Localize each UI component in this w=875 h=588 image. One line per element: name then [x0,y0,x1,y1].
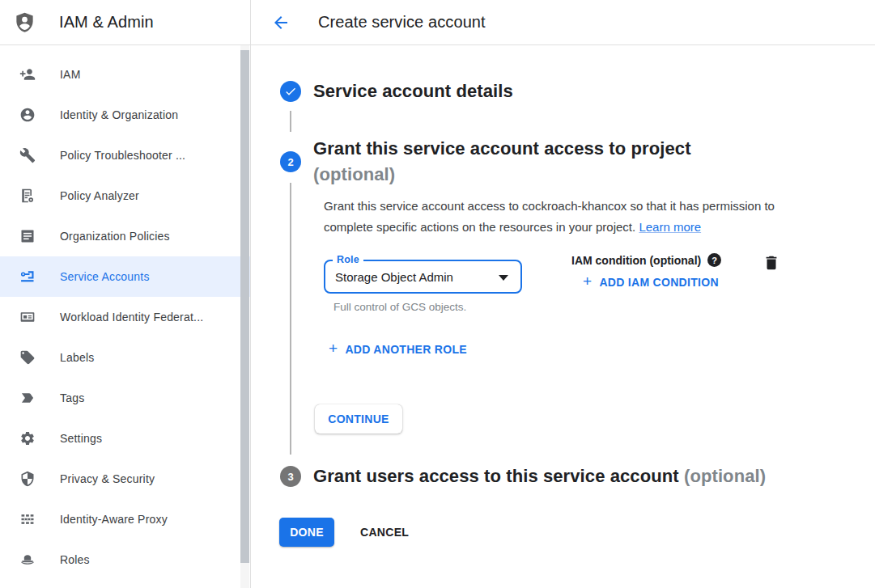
sidebar-item-label: Roles [60,553,90,566]
product-title: IAM & Admin [59,13,154,32]
cancel-button[interactable]: CANCEL [360,526,409,539]
page-header: Create service account [251,0,875,45]
gear-icon [19,430,36,446]
iam-condition-label-row: IAM condition (optional) ? [571,253,721,267]
plus-icon: + [329,340,338,357]
sidebar-item-tags[interactable]: Tags [0,378,250,418]
help-icon[interactable]: ? [707,253,721,267]
step-1-complete-check-icon [280,81,301,102]
sidebar-scrollbar-thumb[interactable] [240,50,249,563]
label-important-icon [19,390,36,406]
sidebar-item-policy-analyzer[interactable]: Policy Analyzer [0,176,250,216]
step-connector-line [290,111,291,132]
add-another-role-button[interactable]: + ADD ANOTHER ROLE [329,341,467,358]
role-selected-value: Storage Object Admin [335,270,453,284]
sidebar-item-label: Organization Policies [60,230,170,243]
service-account-key-icon [19,269,36,285]
sidebar-scrollbar-track [240,45,249,588]
sidebar-item-label: Policy Troubleshooter ... [60,149,185,162]
account-circle-icon [19,107,36,123]
proxy-grid-icon [19,511,36,527]
step-connector-line [290,183,291,455]
back-arrow-icon[interactable] [271,13,291,32]
role-column: Role Storage Object Admin Full control o… [324,249,522,313]
sidebar-item-identity-aware-proxy[interactable]: Identity-Aware Proxy [0,499,250,539]
step-3-title-wrap: Grant users access to this service accou… [313,466,766,487]
sidebar-item-label: Labels [60,351,94,364]
main-panel: Create service account Service account d… [251,0,875,588]
form-actions: DONE CANCEL [279,518,409,547]
wrench-icon [19,147,36,163]
sidebar-item-policy-troubleshooter[interactable]: Policy Troubleshooter ... [0,135,250,176]
role-binding-row: Role Storage Object Admin Full control o… [324,249,780,313]
step-3-optional-label: (optional) [679,466,766,486]
step-2-description: Grant this service account access to coc… [324,196,800,238]
sidebar-nav: IAM Identity & Organization Policy Troub… [0,45,250,580]
delete-role-trash-icon[interactable] [762,254,780,272]
sidebar-item-label: Identity & Organization [60,108,178,121]
role-field-label: Role [333,254,363,265]
sidebar-item-identity-organization[interactable]: Identity & Organization [0,95,250,135]
tag-icon [19,349,36,366]
hat-icon [19,552,36,568]
add-another-role-label: ADD ANOTHER ROLE [345,343,467,356]
sidebar-item-label: Settings [60,432,102,445]
sidebar-item-label: Workload Identity Federat... [60,311,203,324]
shield-half-icon [19,471,36,487]
iam-admin-sidebar: IAM & Admin IAM Identity & Organization … [0,0,251,588]
role-select[interactable]: Role Storage Object Admin [324,260,522,294]
sidebar-item-settings[interactable]: Settings [0,418,250,459]
sidebar-item-iam[interactable]: IAM [0,54,250,95]
add-iam-condition-label: ADD IAM CONDITION [599,276,718,289]
done-button[interactable]: DONE [279,518,334,547]
step-2-header: Grant this service account access to pro… [313,136,691,188]
step-2-number: 2 [287,156,293,168]
role-helper-text: Full control of GCS objects. [333,301,522,313]
sidebar-item-roles[interactable]: Roles [0,539,250,580]
chevron-down-icon [499,275,508,281]
document-gear-icon [19,188,36,204]
step-3-header: 3 Grant users access to this service acc… [280,466,766,487]
sidebar-item-label: Service Accounts [60,270,150,283]
step-2-number-badge: 2 [280,151,301,172]
sidebar-item-label: IAM [60,68,81,81]
add-iam-condition-button[interactable]: + ADD IAM CONDITION [583,273,721,291]
iam-condition-column: IAM condition (optional) ? + ADD IAM CON… [571,249,721,291]
step-1-title: Service account details [313,81,513,102]
iam-condition-label: IAM condition (optional) [571,254,701,267]
step-1-header: Service account details [280,81,513,102]
person-add-icon [19,66,36,82]
step-2-title: Grant this service account access to pro… [313,136,691,162]
help-glyph: ? [711,256,717,265]
plus-icon: + [583,273,592,290]
sidebar-item-organization-policies[interactable]: Organization Policies [0,216,250,256]
step-3-number: 3 [287,471,293,483]
description-text: Grant this service account access to coc… [324,199,775,234]
continue-button[interactable]: CONTINUE [315,404,402,434]
step-3-title: Grant users access to this service accou… [313,466,679,486]
sidebar-item-label: Policy Analyzer [60,189,139,202]
learn-more-link[interactable]: Learn more [639,220,701,234]
gcp-console-window: IAM & Admin IAM Identity & Organization … [0,0,875,588]
sidebar-item-labels[interactable]: Labels [0,337,250,378]
sidebar-item-workload-identity-federation[interactable]: Workload Identity Federat... [0,297,250,337]
sidebar-item-service-accounts[interactable]: Service Accounts [0,256,250,297]
list-card-icon [19,228,36,244]
card-icon [19,309,36,325]
sidebar-item-label: Tags [60,391,84,404]
step-2-optional-label: (optional) [313,162,691,188]
sidebar-item-label: Identity-Aware Proxy [60,513,168,526]
step-3-number-badge: 3 [280,466,301,487]
sidebar-item-privacy-security[interactable]: Privacy & Security [0,459,250,499]
iam-shield-icon [14,11,36,35]
sidebar-item-label: Privacy & Security [60,472,155,485]
sidebar-header: IAM & Admin [0,0,250,45]
page-title: Create service account [318,13,486,32]
